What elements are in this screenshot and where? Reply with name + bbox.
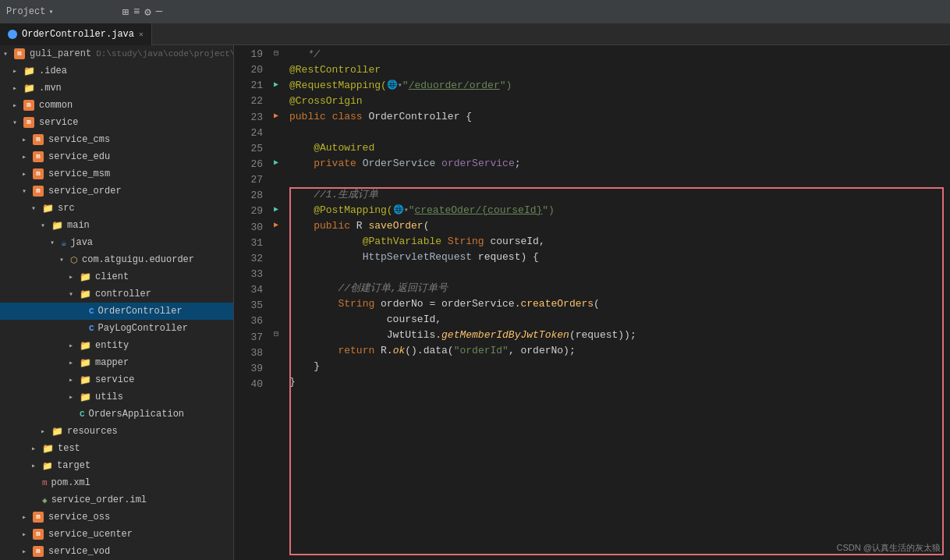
- gutter-fold[interactable]: ⊟: [269, 45, 283, 61]
- xml-icon: m: [42, 478, 48, 487]
- minimize-icon[interactable]: ─: [156, 5, 162, 19]
- tab-bar: OrderController.java ✕: [0, 23, 950, 45]
- sidebar-item-package[interactable]: ⬡ com.atguigu.eduorder: [0, 251, 233, 268]
- sidebar-item-service[interactable]: m service: [0, 114, 233, 131]
- sidebar-item-label: pom.xml: [51, 477, 90, 488]
- module-badge: m: [33, 512, 44, 523]
- code-token: @RequestMapping(: [289, 78, 387, 94]
- code-line-28: //1.生成订单: [289, 187, 950, 203]
- gutter-run2[interactable]: ▶: [269, 108, 283, 123]
- globe-icon: 🌐: [387, 79, 398, 92]
- code-line-40: }: [289, 374, 950, 390]
- java-class-icon: C: [89, 307, 94, 316]
- sidebar-item-main[interactable]: 📁 main: [0, 217, 233, 234]
- sidebar-item-ordercontroller[interactable]: C OrderController: [0, 303, 233, 320]
- tab-java-icon: [8, 30, 17, 39]
- sidebar-item-service-msm[interactable]: m service_msm: [0, 165, 233, 183]
- sidebar-item-label: service_msm: [48, 168, 110, 179]
- code-line-33: [289, 265, 950, 281]
- folder-icon: 📁: [80, 340, 91, 352]
- gutter-run[interactable]: ▶: [269, 154, 283, 170]
- package-icon: ⬡: [70, 255, 78, 265]
- code-token: "): [500, 78, 512, 94]
- sidebar-item-label: resources: [67, 426, 118, 437]
- arrow-right-icon: [31, 444, 41, 453]
- arrow-right-icon: [31, 461, 41, 470]
- sidebar-item-idea[interactable]: 📁 .idea: [0, 62, 233, 80]
- code-line-22: @CrossOrigin: [289, 94, 950, 109]
- code-token: String: [338, 296, 374, 312]
- list-icon[interactable]: ≡: [133, 5, 140, 19]
- arrow-right-icon: [12, 101, 22, 110]
- title-bar-left: Project ▾: [6, 6, 53, 17]
- arrow-right-icon: [22, 512, 31, 522]
- arrow-down-icon: [31, 204, 41, 213]
- code-token: OrderService: [363, 156, 436, 172]
- code-token: createOrders: [520, 296, 594, 312]
- sidebar-item-utils[interactable]: 📁 utils: [0, 388, 233, 406]
- project-label[interactable]: Project: [6, 6, 45, 17]
- sidebar-item-target[interactable]: 📁 target: [0, 457, 233, 474]
- sidebar-item-mvn[interactable]: 📁 .mvn: [0, 80, 233, 97]
- sidebar-item-service-vod[interactable]: m service_vod: [0, 543, 233, 560]
- code-token: [326, 109, 332, 125]
- settings-icon[interactable]: ⚙: [144, 5, 151, 19]
- sidebar-item-entity[interactable]: 📁 entity: [0, 337, 233, 354]
- sidebar-item-test[interactable]: 📁 test: [0, 440, 233, 457]
- gutter-run[interactable]: ▶: [269, 76, 283, 92]
- sidebar-item-service-order-iml[interactable]: ◈ service_order.iml: [0, 491, 233, 509]
- code-token: "orderId": [454, 343, 509, 359]
- module-badge: m: [14, 48, 25, 59]
- code-token: public: [314, 218, 350, 234]
- sidebar-item-pom-xml-order[interactable]: m pom.xml: [0, 474, 233, 491]
- sidebar-item-service-edu[interactable]: m service_edu: [0, 148, 233, 165]
- code-token: R.: [374, 343, 392, 359]
- sidebar-item-label: OrdersApplication: [89, 409, 184, 420]
- sidebar-item-service-ucenter[interactable]: m service_ucenter: [0, 526, 233, 543]
- tab-ordercontroller[interactable]: OrderController.java ✕: [0, 23, 152, 45]
- sidebar-item-service-oss[interactable]: m service_oss: [0, 509, 233, 526]
- sidebar-item-label: controller: [95, 289, 151, 299]
- sidebar-item-guli-parent[interactable]: m guli_parent D:\study\java\code\project…: [0, 45, 233, 62]
- sidebar-item-label: entity: [95, 340, 129, 351]
- code-area: 19 20 21 22 23 24 25 26 27 28 29 30 31 3…: [234, 45, 950, 560]
- sidebar-item-common[interactable]: m common: [0, 97, 233, 114]
- gutter-empty: [269, 170, 283, 186]
- sidebar-item-label: com.atguigu.eduorder: [82, 254, 194, 265]
- folder-icon: 📁: [80, 271, 91, 283]
- code-token: @CrossOrigin: [289, 94, 363, 109]
- code-token: @Autowired: [289, 140, 374, 156]
- folder-icon: 📁: [51, 220, 63, 232]
- sidebar-item-service-order[interactable]: m service_order: [0, 183, 233, 200]
- code-content[interactable]: */ @RestController @RequestMapping(🌐▾"/e…: [283, 45, 950, 560]
- sidebar-item-ordersapplication[interactable]: C OrdersApplication: [0, 406, 233, 423]
- sidebar-item-label: client: [95, 271, 129, 282]
- tab-close-icon[interactable]: ✕: [139, 30, 144, 39]
- layout-icon[interactable]: ⊞: [122, 5, 128, 19]
- sidebar-item-java[interactable]: ☕ java: [0, 234, 233, 251]
- code-token: courseId,: [289, 312, 441, 328]
- sidebar-item-service2[interactable]: 📁 service: [0, 371, 233, 388]
- code-token: //1.生成订单: [289, 187, 378, 203]
- gutter-run2[interactable]: ▶: [269, 217, 283, 232]
- project-dropdown-icon[interactable]: ▾: [48, 7, 53, 16]
- sidebar-item-client[interactable]: 📁 client: [0, 268, 233, 285]
- module-badge: m: [33, 546, 44, 557]
- sidebar-item-service-cms[interactable]: m service_cms: [0, 131, 233, 148]
- sidebar-item-controller[interactable]: 📁 controller: [0, 285, 233, 303]
- gutter-fold2[interactable]: ⊟: [269, 326, 283, 342]
- sidebar-item-paylogcontroller[interactable]: C PayLogController: [0, 320, 233, 337]
- gutter-empty: [269, 342, 283, 357]
- gutter-empty: [269, 373, 283, 388]
- gutter-run[interactable]: ▶: [269, 201, 283, 217]
- folder-icon: 📁: [80, 289, 91, 300]
- editor: 19 20 21 22 23 24 25 26 27 28 29 30 31 3…: [234, 45, 950, 560]
- sidebar-item-src[interactable]: 📁 src: [0, 200, 233, 217]
- sidebar-item-mapper[interactable]: 📁 mapper: [0, 354, 233, 371]
- code-token: courseId,: [484, 234, 545, 250]
- sidebar-item-resources[interactable]: 📁 resources: [0, 423, 233, 440]
- code-line-35: String orderNo = orderService.createOrde…: [289, 296, 950, 312]
- java-class-icon: C: [89, 324, 94, 333]
- code-line-31: @PathVariable String courseId,: [289, 234, 950, 250]
- arrow-down-icon: [50, 238, 59, 247]
